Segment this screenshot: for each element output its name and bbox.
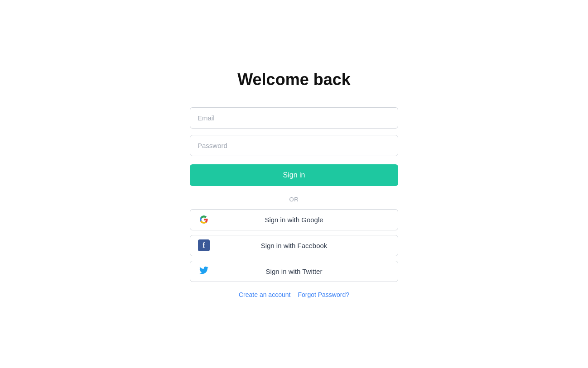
forgot-password-link[interactable]: Forgot Password? — [298, 291, 349, 298]
sign-in-button[interactable]: Sign in — [190, 164, 398, 186]
page-title: Welcome back — [237, 70, 350, 89]
facebook-button-label: Sign in with Facebook — [198, 242, 390, 249]
login-container: Welcome back Sign in OR Sign in with Goo… — [190, 70, 398, 298]
twitter-sign-in-button[interactable]: Sign in with Twitter — [190, 261, 398, 282]
google-sign-in-button[interactable]: Sign in with Google — [190, 209, 398, 230]
facebook-sign-in-button[interactable]: f Sign in with Facebook — [190, 235, 398, 256]
twitter-icon — [198, 265, 210, 277]
footer-links: Create an account Forgot Password? — [239, 291, 349, 298]
create-account-link[interactable]: Create an account — [239, 291, 290, 298]
twitter-button-label: Sign in with Twitter — [198, 268, 390, 275]
google-button-label: Sign in with Google — [198, 216, 390, 224]
google-icon — [198, 213, 210, 226]
email-input[interactable] — [190, 107, 398, 129]
or-divider: OR — [289, 196, 299, 203]
email-group — [190, 107, 398, 129]
password-group — [190, 135, 398, 156]
password-input[interactable] — [190, 135, 398, 156]
facebook-icon: f — [198, 239, 210, 252]
